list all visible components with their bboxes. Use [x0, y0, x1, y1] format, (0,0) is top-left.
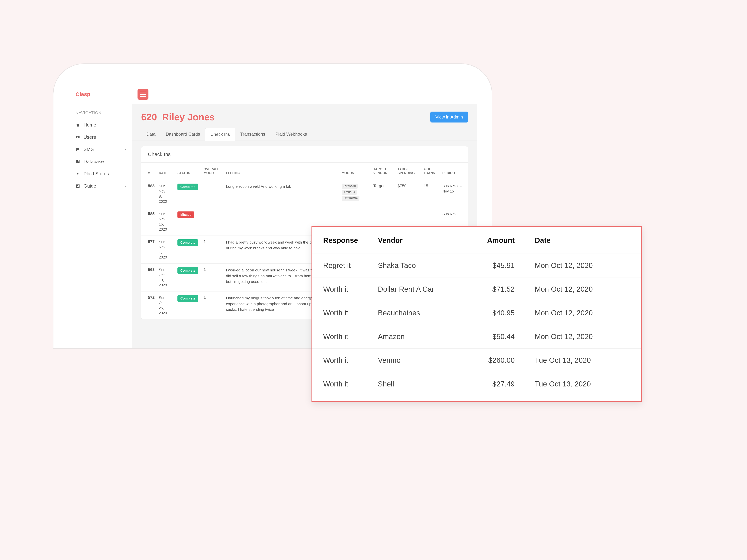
tab-data[interactable]: Data — [141, 128, 161, 140]
sidebar-item-database[interactable]: Database — [68, 156, 132, 168]
cell-amount: $40.95 — [467, 301, 527, 325]
cell-id: 577 — [141, 236, 156, 264]
hamburger-menu-icon[interactable] — [137, 89, 149, 100]
svg-rect-1 — [77, 136, 78, 138]
cell-overall-mood: 1 — [201, 292, 224, 319]
cell-vendor: Amazon — [370, 325, 467, 349]
tab-check-ins[interactable]: Check Ins — [205, 128, 235, 141]
cell-target-spending: $750 — [395, 180, 421, 208]
mood-tag: Anxious — [341, 190, 357, 195]
tab-dashboard-cards[interactable]: Dashboard Cards — [161, 128, 205, 140]
th-date: DATE — [156, 163, 175, 180]
panel-title: Check Ins — [141, 146, 468, 163]
sidebar-item-guide[interactable]: Guide‹ — [68, 180, 132, 192]
status-badge: Complete — [177, 295, 198, 302]
tab-plaid-webhooks[interactable]: Plaid Webhooks — [270, 128, 312, 140]
cell-status: Missed — [175, 208, 201, 236]
cell-date: SunNov8,2020 — [156, 180, 175, 208]
th-period: PERIOD — [440, 163, 468, 180]
cell-date: Mon Oct 12, 2020 — [527, 301, 641, 325]
database-icon — [76, 159, 80, 164]
cell-status: Complete — [175, 264, 201, 292]
page-id: 620 — [141, 112, 157, 123]
table-row[interactable]: Worth itVenmo$260.00Tue Oct 13, 2020 — [312, 349, 641, 372]
cell-amount: $260.00 — [467, 349, 527, 372]
th-num-trans: # OF TRANS — [421, 163, 440, 180]
status-badge: Missed — [177, 211, 195, 218]
cell-date: Tue Oct 13, 2020 — [527, 372, 641, 396]
th-date: Date — [527, 227, 641, 254]
cell-response: Worth it — [312, 301, 370, 325]
cell-date: SunNov1,2020 — [156, 236, 175, 264]
cell-id: 583 — [141, 180, 156, 208]
svg-rect-0 — [76, 136, 79, 138]
transactions-overlay: Response Vendor Amount Date Regret itSha… — [311, 226, 642, 402]
mood-tag: Stressed — [341, 184, 358, 189]
status-badge: Complete — [177, 267, 198, 274]
status-badge: Complete — [177, 184, 198, 190]
cell-overall-mood: 1 — [201, 236, 224, 264]
table-row[interactable]: Worth itBeauchaines$40.95Mon Oct 12, 202… — [312, 301, 641, 325]
transactions-table: Response Vendor Amount Date Regret itSha… — [312, 227, 641, 396]
cell-response: Worth it — [312, 349, 370, 372]
cell-vendor: Dollar Rent A Car — [370, 277, 467, 301]
table-row[interactable]: 583SunNov8,2020Complete-1Long election w… — [141, 180, 468, 208]
tab-transactions[interactable]: Transactions — [235, 128, 271, 140]
cell-response: Regret it — [312, 254, 370, 277]
cell-response: Worth it — [312, 372, 370, 396]
plaid-icon — [76, 171, 80, 176]
tabs: DataDashboard CardsCheck InsTransactions… — [132, 128, 477, 141]
cell-status: Complete — [175, 236, 201, 264]
sidebar-item-users[interactable]: Users — [68, 131, 132, 143]
sidebar-item-label: Home — [83, 122, 96, 128]
sidebar-item-plaid-status[interactable]: Plaid Status — [68, 168, 132, 180]
cell-amount: $50.44 — [467, 325, 527, 349]
chevron-left-icon: ‹ — [125, 184, 126, 188]
view-in-admin-button[interactable]: View in Admin — [430, 112, 468, 123]
th-overall-mood: OVERALL MOOD — [201, 163, 224, 180]
chevron-left-icon: ‹ — [125, 147, 126, 152]
svg-rect-6 — [76, 185, 79, 188]
cell-date: Mon Oct 12, 2020 — [527, 277, 641, 301]
sidebar-item-label: Users — [83, 134, 96, 140]
sidebar-item-sms[interactable]: SMS‹ — [68, 143, 132, 156]
cell-date: SunNov15,2020 — [156, 208, 175, 236]
svg-rect-2 — [76, 160, 79, 163]
page-name: Riley Jones — [162, 112, 215, 123]
cell-id: 585 — [141, 208, 156, 236]
cell-vendor: Shell — [370, 372, 467, 396]
cell-date: Mon Oct 12, 2020 — [527, 254, 641, 277]
table-row[interactable]: Worth itShell$27.49Tue Oct 13, 2020 — [312, 372, 641, 396]
th-id: # — [141, 163, 156, 180]
table-row[interactable]: Worth itAmazon$50.44Mon Oct 12, 2020 — [312, 325, 641, 349]
home-icon — [76, 123, 80, 127]
brand-logo[interactable]: Clasp — [68, 84, 132, 104]
th-amount: Amount — [467, 227, 527, 254]
sidebar: NAVIGATION HomeUsersSMS‹DatabasePlaid St… — [68, 104, 132, 348]
th-feeling: FEELING — [224, 163, 339, 180]
table-row[interactable]: Regret itShaka Taco$45.91Mon Oct 12, 202… — [312, 254, 641, 277]
cell-id: 572 — [141, 292, 156, 319]
cell-date: Mon Oct 12, 2020 — [527, 325, 641, 349]
cell-status: Complete — [175, 292, 201, 319]
th-target-vendor: TARGET VENDOR — [371, 163, 395, 180]
cell-vendor: Shaka Taco — [370, 254, 467, 277]
cell-date: SunOct18,2020 — [156, 264, 175, 292]
page-header: 620 Riley Jones View in Admin — [132, 104, 477, 128]
mood-tag: Optimistic — [341, 195, 359, 201]
th-moods: MOODS — [339, 163, 371, 180]
cell-vendor: Beauchaines — [370, 301, 467, 325]
table-row[interactable]: Worth itDollar Rent A Car$71.52Mon Oct 1… — [312, 277, 641, 301]
guide-icon — [76, 184, 80, 188]
cell-status: Complete — [175, 180, 201, 208]
cell-feeling: Long election week! And working a lot. — [224, 180, 339, 208]
cell-target-vendor: Target — [371, 180, 395, 208]
cell-id: 563 — [141, 264, 156, 292]
cell-overall-mood: -1 — [201, 180, 224, 208]
cell-response: Worth it — [312, 325, 370, 349]
sidebar-item-label: SMS — [83, 146, 94, 152]
cell-num-trans: 15 — [421, 180, 440, 208]
sidebar-item-home[interactable]: Home — [68, 119, 132, 131]
cell-period: Sun Nov 8 - Nov 15 — [440, 180, 468, 208]
svg-point-7 — [77, 185, 78, 186]
